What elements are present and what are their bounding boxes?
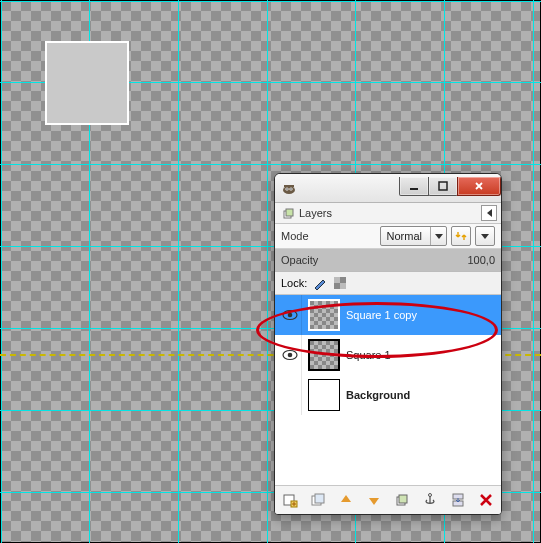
layer-row[interactable]: Square 1 copy [275, 295, 501, 335]
opacity-label: Opacity [281, 254, 318, 266]
svg-point-4 [290, 188, 291, 189]
lock-alpha-toggle[interactable] [333, 276, 347, 290]
guide-horizontal [0, 164, 541, 165]
layer-visibility-toggle[interactable] [279, 295, 302, 335]
menu-arrow-icon [487, 209, 492, 217]
layers-icon [283, 207, 295, 219]
opacity-slider[interactable]: Opacity 100,0 [275, 249, 501, 272]
layers-tab-label: Layers [299, 207, 332, 219]
gimp-icon [281, 180, 297, 196]
layer-visibility-toggle[interactable] [279, 335, 302, 375]
svg-point-3 [286, 188, 287, 189]
layer-thumbnail [308, 339, 340, 371]
svg-point-16 [288, 353, 293, 358]
drawn-square-layer [45, 41, 129, 125]
chevron-down-icon [435, 234, 443, 239]
chevron-down-icon [481, 234, 489, 239]
lock-row: Lock: [275, 272, 501, 295]
new-layer-group-button[interactable] [309, 491, 327, 509]
svg-rect-9 [286, 209, 293, 216]
lock-label: Lock: [281, 277, 307, 289]
layer-name[interactable]: Square 1 copy [346, 309, 417, 321]
layer-row[interactable]: Square 1 [275, 335, 501, 375]
layer-name[interactable]: Background [346, 389, 410, 401]
window-close-button[interactable] [457, 177, 501, 196]
opacity-value: 100,0 [467, 254, 495, 266]
window-minimize-button[interactable] [399, 177, 429, 196]
svg-rect-12 [340, 283, 346, 289]
anchor-layer-button[interactable] [421, 491, 439, 509]
mode-swap-button[interactable] [451, 226, 471, 246]
mode-row: Mode Normal [275, 224, 501, 249]
svg-rect-11 [334, 277, 340, 283]
layer-list[interactable]: Square 1 copySquare 1Background [275, 295, 501, 485]
guide-horizontal [0, 1, 541, 2]
lower-layer-button[interactable] [365, 491, 383, 509]
window-maximize-button[interactable] [428, 177, 458, 196]
mode-value: Normal [381, 230, 430, 242]
layers-toolbar [275, 485, 501, 514]
svg-rect-5 [284, 185, 294, 187]
window-titlebar[interactable] [275, 174, 501, 203]
svg-rect-7 [439, 182, 447, 190]
layer-row[interactable]: Background [275, 375, 501, 415]
svg-rect-6 [410, 188, 418, 190]
layer-name[interactable]: Square 1 [346, 349, 391, 361]
new-layer-button[interactable] [281, 491, 299, 509]
merge-down-button[interactable] [449, 491, 467, 509]
svg-point-14 [288, 313, 293, 318]
lock-pixels-toggle[interactable] [313, 276, 327, 290]
mode-dropdown[interactable]: Normal [380, 226, 447, 246]
layer-thumbnail [308, 299, 340, 331]
dock-tab-bar: Layers [275, 203, 501, 224]
dock-menu-button[interactable] [481, 205, 497, 221]
layers-dialog[interactable]: Layers Mode Normal Opacity 100,0 Lock: [274, 173, 502, 515]
raise-layer-button[interactable] [337, 491, 355, 509]
svg-rect-22 [399, 495, 407, 503]
layer-visibility-toggle[interactable] [279, 375, 302, 415]
delete-layer-button[interactable] [477, 491, 495, 509]
mode-label: Mode [281, 230, 309, 242]
swap-arrows-icon [455, 230, 467, 242]
layers-tab[interactable]: Layers [279, 206, 336, 220]
svg-rect-20 [315, 494, 324, 503]
layer-thumbnail [308, 379, 340, 411]
svg-point-0 [283, 186, 295, 194]
mode-extra-dropdown[interactable] [475, 226, 495, 246]
duplicate-layer-button[interactable] [393, 491, 411, 509]
